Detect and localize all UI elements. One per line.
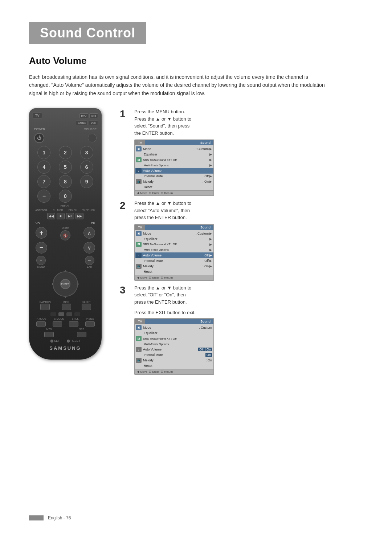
enter-button[interactable]: ENTER bbox=[60, 279, 70, 289]
menu-button[interactable]: ≡ bbox=[36, 256, 46, 265]
step-2-number: 2 bbox=[120, 200, 128, 211]
menu-button-group: ≡ MENU bbox=[36, 256, 46, 268]
vol-ch-down-buttons: − ∨ bbox=[36, 242, 95, 254]
screen-2-sound-label: Sound bbox=[145, 225, 213, 230]
page: Sound Control Auto Volume Each broadcast… bbox=[0, 0, 392, 400]
wise-link-label: WISE LINK bbox=[82, 209, 95, 211]
s2-input-icon: ▣ bbox=[136, 231, 142, 236]
option-on: On bbox=[205, 348, 212, 351]
num-5-button[interactable]: 5 bbox=[59, 161, 72, 174]
color-btn-3[interactable] bbox=[66, 312, 72, 316]
step-1-content: Press the MENU button. Press the ▲ or ▼ … bbox=[134, 108, 363, 196]
footer-text: English - 76 bbox=[48, 515, 71, 520]
num-9-button[interactable]: 9 bbox=[80, 175, 93, 188]
vcr-button[interactable]: VCR bbox=[89, 121, 98, 125]
screen-2-menu: ▣ Mode : Custom ▶ Equalizer ▶ 🖼 bbox=[135, 230, 213, 275]
screen-2-header: TV Sound bbox=[135, 225, 213, 230]
s3-row-auto-volume: ♪ Auto Volume Off On bbox=[135, 346, 213, 352]
menu-exit-row: ≡ MENU ↩ EXIT bbox=[36, 256, 94, 268]
screen-3-menu: ▣ Mode : Custom Equalizer 🖼 SRS TruSurro… bbox=[135, 324, 213, 369]
screen-3-footer-text: ◆ Move ⊡ Enter ⊡ Return bbox=[137, 370, 173, 373]
intro-text: Each broadcasting station has its own si… bbox=[29, 73, 327, 97]
num-1-button[interactable]: 1 bbox=[37, 146, 50, 159]
power-source-buttons: ⏻ bbox=[34, 133, 97, 143]
num-6-button[interactable]: 6 bbox=[80, 161, 93, 174]
p-mode-button[interactable] bbox=[36, 321, 46, 327]
num-8-button[interactable]: 8 bbox=[59, 175, 72, 188]
menu-label: MENU bbox=[37, 266, 45, 268]
cable-button[interactable]: CABLE bbox=[76, 121, 88, 125]
exit-button[interactable]: ↩ bbox=[85, 256, 94, 265]
num-3-button[interactable]: 3 bbox=[80, 146, 93, 159]
info-label: INFO bbox=[63, 301, 69, 303]
screen-1-sound-label: Sound bbox=[145, 140, 213, 145]
remote-control: TV DVD STB CABLE VCR POWER SOURCE ⏻ bbox=[29, 108, 102, 360]
screen-3-tv-label: TV bbox=[135, 319, 145, 324]
footer-bar bbox=[29, 515, 44, 520]
stop-button[interactable]: ■ bbox=[57, 213, 65, 219]
sleep-label: SLEEP bbox=[82, 301, 91, 303]
tv-button[interactable]: TV bbox=[33, 113, 42, 118]
set-button-group: SET bbox=[50, 339, 60, 343]
screen-1-footer: ◆ Move ⊡ Enter ⊡ Return bbox=[135, 190, 213, 195]
step-1-text: Press the MENU button. Press the ▲ or ▼ … bbox=[134, 108, 363, 137]
play-pause-button[interactable]: ▶II bbox=[66, 213, 74, 219]
s3-row-internal-mute: Internal Mute On bbox=[135, 352, 213, 357]
power-button[interactable]: ⏻ bbox=[34, 133, 44, 143]
rew-button[interactable]: ◀◀ bbox=[47, 213, 55, 219]
set-label: SET bbox=[54, 339, 60, 343]
page-title: Sound Control bbox=[40, 25, 135, 41]
screen-2-footer: ◆ Move ⊡ Enter ⊡ Return bbox=[135, 275, 213, 280]
exit-note: Press the EXIT button to exit. bbox=[134, 310, 363, 315]
info-button[interactable] bbox=[62, 304, 71, 310]
section-heading: Auto Volume bbox=[29, 55, 363, 66]
ff-button[interactable]: ▶▶ bbox=[75, 213, 83, 219]
menu-row-auto-volume: ♪ Auto Volume bbox=[135, 168, 213, 174]
channel-icon: 📺 bbox=[136, 179, 142, 184]
exit-button-group: ↩ EXIT bbox=[85, 256, 94, 268]
p-size-button[interactable] bbox=[85, 321, 95, 327]
color-btn-4[interactable] bbox=[74, 312, 80, 316]
sleep-button[interactable] bbox=[82, 304, 91, 310]
screen-1-tv-label: TV bbox=[135, 140, 145, 145]
screen-1-footer-text: ◆ Move ⊡ Enter ⊡ Return bbox=[137, 191, 173, 195]
num-0-button[interactable]: 0 bbox=[59, 190, 72, 203]
ch-up-button[interactable]: ∧ bbox=[83, 227, 95, 239]
menu-row-eq: Equalizer ▶ bbox=[135, 152, 213, 157]
menu-row-melody: 📺 Melody : On ▶ bbox=[135, 179, 213, 185]
mts-label: MTS bbox=[46, 328, 52, 331]
srs-button[interactable] bbox=[77, 332, 86, 337]
set-reset-row: SET RESET bbox=[33, 339, 98, 343]
vol-ch-buttons: + MUTE 🔇 ∧ bbox=[36, 227, 95, 240]
color-btn-2[interactable] bbox=[58, 312, 64, 316]
vol-down-button[interactable]: − bbox=[36, 242, 47, 254]
num-4-button[interactable]: 4 bbox=[37, 161, 50, 174]
dvd-button[interactable]: DVD bbox=[79, 113, 89, 118]
caption-button[interactable] bbox=[40, 304, 50, 310]
source-label: SOURCE bbox=[84, 127, 97, 131]
s2-row-eq: Equalizer ▶ bbox=[135, 236, 213, 242]
s-mode-button[interactable] bbox=[53, 321, 62, 327]
num-2-button[interactable]: 2 bbox=[59, 146, 72, 159]
exit-label: EXIT bbox=[87, 266, 93, 268]
s3-row-mode: ▣ Mode : Custom bbox=[135, 325, 213, 331]
step-3: 3 Press the ▲ or ▼ button to select "Off… bbox=[120, 284, 363, 375]
color-btn-1[interactable] bbox=[50, 312, 56, 316]
sound-icon: ♪ bbox=[136, 168, 142, 173]
step-2-text: Press the ▲ or ▼ button to select "Auto … bbox=[134, 200, 363, 221]
mts-button[interactable] bbox=[44, 332, 54, 337]
still-button[interactable] bbox=[69, 321, 78, 327]
screen-1-menu: ▣ Mode : Custom ▶ Equalizer ▶ 🖼 bbox=[135, 145, 213, 190]
stb-button[interactable]: STB bbox=[89, 113, 98, 118]
num-7-button[interactable]: 7 bbox=[37, 175, 50, 188]
mute-button[interactable]: 🔇 bbox=[60, 230, 70, 240]
step-1-screen: TV Sound ▣ Mode : Custom ▶ Equalize bbox=[134, 139, 214, 196]
minus-button[interactable]: − bbox=[37, 190, 50, 203]
s3-sound-icon: ♪ bbox=[136, 347, 142, 352]
source-circle-button[interactable] bbox=[88, 134, 97, 142]
ch-mgr-label: CH MGR bbox=[53, 209, 63, 211]
numpad: 1 2 3 4 5 6 7 8 9 − 0 bbox=[34, 146, 97, 203]
s3-picture-icon: 🖼 bbox=[136, 336, 142, 341]
vol-up-button[interactable]: + bbox=[36, 227, 47, 239]
ch-down-button[interactable]: ∨ bbox=[83, 242, 95, 254]
